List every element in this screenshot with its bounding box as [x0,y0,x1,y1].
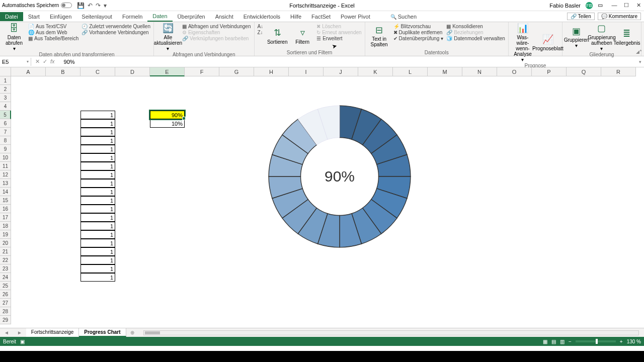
sort-asc-button[interactable]: A↓ [258,24,264,29]
cell[interactable]: 1 [80,264,115,273]
column-header[interactable]: M [428,67,462,76]
cell[interactable]: 1 [80,188,115,196]
row-header[interactable]: 29 [0,316,11,324]
manage-data-model-button[interactable]: 🧊 Datenmodell verwalten [446,36,505,41]
tab-überprüfen[interactable]: Überprüfen [173,12,210,21]
row-header[interactable]: 27 [0,299,11,307]
text-to-columns-button[interactable]: ⊟Text in Spalten [368,24,390,49]
cell[interactable]: 1 [80,196,115,205]
tab-einfügen[interactable]: Einfügen [45,12,76,21]
from-table-button[interactable]: ▦ Aus Tabelle/Bereich [28,36,78,41]
subtotal-button[interactable]: ≣Teilergebnis [616,24,638,51]
column-header[interactable]: L [393,67,428,76]
close-icon[interactable]: ✕ [635,2,642,9]
row-header[interactable]: 19 [0,230,11,239]
cell[interactable]: 10% [150,119,185,128]
sheet-tab[interactable]: Fortschrittsanzeige [26,328,79,337]
cell[interactable]: 90% [150,111,185,119]
cell[interactable]: 1 [80,222,115,230]
row-header[interactable]: 16 [0,205,11,213]
cell[interactable]: 1 [80,136,115,145]
existing-connections-button[interactable]: 🔗 Vorhandene Verbindungen [82,30,150,35]
cell[interactable]: 1 [80,179,115,188]
zoom-level[interactable]: 130 % [627,339,641,344]
column-header[interactable]: H [254,67,289,76]
what-if-button[interactable]: 📊Was-wäre-wenn-Analyse ▾ [512,24,534,62]
remove-duplicates-button[interactable]: ✖ Duplikate entfernen [393,30,444,35]
row-header[interactable]: 15 [0,196,11,205]
column-header[interactable]: B [46,67,80,76]
row-header[interactable]: 12 [0,170,11,179]
zoom-out-icon[interactable]: − [569,339,572,344]
cell[interactable]: 1 [80,273,115,282]
refresh-all-button[interactable]: 🔄Alle aktualisieren ▾ [157,24,179,51]
cell[interactable]: 1 [80,128,115,136]
cell[interactable]: 1 [80,213,115,222]
column-header[interactable]: J [324,67,358,76]
column-header[interactable]: P [532,67,567,76]
tab-formeln[interactable]: Formeln [117,12,147,21]
row-header[interactable]: 1 [0,76,11,85]
row-header[interactable]: 21 [0,247,11,256]
view-pagelayout-icon[interactable]: ▤ [551,339,556,344]
tab-power pivot[interactable]: Power Pivot [336,12,375,21]
comments-button[interactable]: 💬Kommentare [598,13,641,20]
column-header[interactable]: D [115,67,150,76]
row-header[interactable]: 7 [0,128,11,136]
zoom-in-icon[interactable]: + [620,339,623,344]
cell[interactable]: 1 [80,153,115,162]
row-header[interactable]: 26 [0,290,11,299]
row-header[interactable]: 13 [0,179,11,188]
consolidate-button[interactable]: ▦ Konsolidieren [446,24,505,29]
view-normal-icon[interactable]: ▦ [543,339,547,344]
row-header[interactable]: 23 [0,264,11,273]
cell[interactable]: 1 [80,247,115,256]
cell[interactable]: 1 [80,119,115,128]
row-header[interactable]: 10 [0,153,11,162]
row-header[interactable]: 6 [0,119,11,128]
column-header[interactable]: A [11,67,46,76]
macro-record-icon[interactable]: ▣ [20,339,25,344]
worksheet[interactable]: ABCDEFGHIJKLMNOPQR 123456789101112131415… [0,67,644,328]
zoom-slider[interactable] [576,340,616,342]
sort-desc-button[interactable]: Z↓ [258,30,264,35]
tab-seitenlayout[interactable]: Seitenlayout [76,12,117,21]
row-header[interactable]: 2 [0,85,11,94]
collapse-ribbon-icon[interactable]: ˄ [639,49,642,55]
progress-donut-chart[interactable]: 90% [262,99,418,254]
share-button[interactable]: 🔗Teilen [567,13,595,20]
save-icon[interactable]: 💾 [77,2,85,9]
tab-file[interactable]: Datei [0,12,23,21]
undo-icon[interactable]: ↶ [88,2,93,9]
toggle-icon[interactable] [61,3,72,8]
filter-button[interactable]: ▿Filtern [291,24,313,49]
tab-start[interactable]: Start [23,12,45,21]
column-header[interactable]: N [462,67,497,76]
sheet-tab[interactable]: Progress Chart [79,328,126,337]
row-header[interactable]: 4 [0,102,11,111]
advanced-button[interactable]: ☰ Erweitert [316,36,361,41]
cell[interactable]: 1 [80,170,115,179]
fx-icon[interactable]: fx [50,58,55,65]
column-header[interactable]: C [80,67,115,76]
row-header[interactable]: 20 [0,239,11,247]
group-button[interactable]: ▣Gruppieren ▾ [566,24,588,51]
qat-more-icon[interactable]: ▾ [104,2,107,9]
row-header[interactable]: 24 [0,273,11,282]
column-header[interactable]: G [219,67,254,76]
sheet-nav-next-icon[interactable]: ► [13,330,26,335]
column-header[interactable]: F [185,67,219,76]
row-header[interactable]: 18 [0,222,11,230]
horizontal-scrollbar[interactable] [143,330,639,335]
cell[interactable]: 1 [80,230,115,239]
row-header[interactable]: 14 [0,188,11,196]
row-header[interactable]: 17 [0,213,11,222]
from-text-csv-button[interactable]: 📄 Aus Text/CSV [28,24,78,29]
search-box[interactable]: Suchen [385,12,422,21]
enter-formula-icon[interactable]: ✓ [43,58,47,65]
redo-icon[interactable]: ↷ [96,2,101,9]
cell[interactable]: 1 [80,256,115,264]
row-header[interactable]: 3 [0,94,11,102]
row-header[interactable]: 9 [0,145,11,153]
minimize-icon[interactable]: — [611,2,618,9]
